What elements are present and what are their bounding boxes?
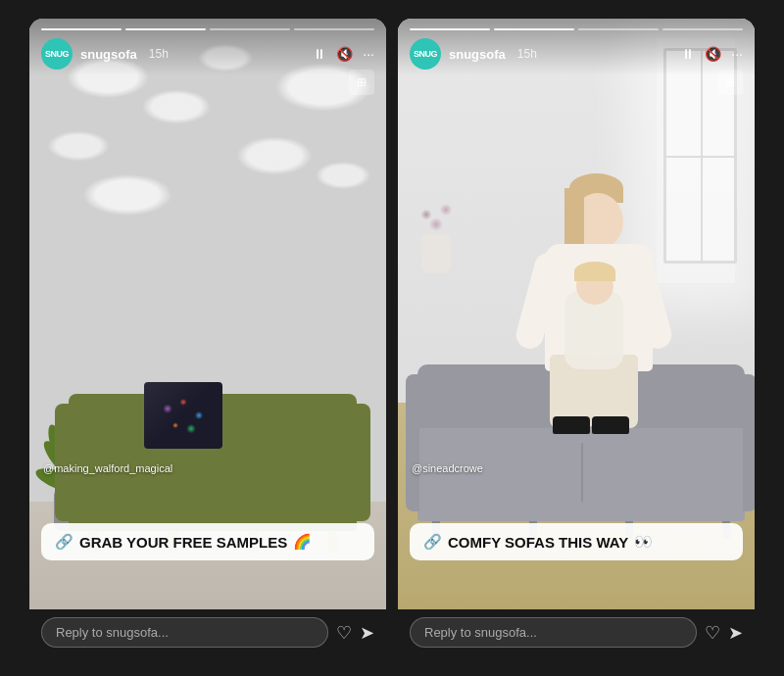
- cta-tag-1[interactable]: 🔗 GRAB YOUR FREE SAMPLES 🌈: [41, 523, 374, 560]
- cta-text-2: COMFY SOFAS THIS WAY: [448, 534, 628, 551]
- avatar-2[interactable]: SNUG: [410, 38, 441, 70]
- progress-bar-2-4: [662, 28, 743, 30]
- reply-input-2[interactable]: Reply to snugsofa...: [410, 617, 697, 648]
- link-emoji-1: 🔗: [55, 533, 74, 551]
- sofa-green: [69, 443, 357, 531]
- progress-bar-2-1: [410, 28, 490, 30]
- story-image-1: ⊞ SNUG snugsofa 15h ⏸: [29, 19, 386, 609]
- story-card-2: ⊞ SNUG snugsofa 15h ⏸: [398, 19, 755, 657]
- person-figure: [515, 173, 672, 428]
- username-2[interactable]: snugsofa: [449, 47, 506, 62]
- story-controls-1: ⏸ 🔇 ···: [313, 46, 374, 62]
- like-button-2[interactable]: ♡: [705, 622, 720, 644]
- progress-bar-3: [210, 28, 290, 30]
- user-row-1: SNUG snugsofa 15h ⏸ 🔇 ···: [41, 38, 374, 70]
- stories-container: ⊞ SNUG snugsofa 15h ⏸: [0, 0, 784, 676]
- user-info-1: SNUG snugsofa 15h: [41, 38, 169, 70]
- progress-bars-2: [410, 28, 743, 30]
- mute-button-1[interactable]: 🔇: [336, 46, 353, 62]
- username-1[interactable]: snugsofa: [80, 47, 137, 62]
- pause-button-2[interactable]: ⏸: [681, 46, 695, 62]
- story-image-2: ⊞ SNUG snugsofa 15h ⏸: [398, 19, 755, 609]
- time-ago-2: 15h: [517, 47, 537, 61]
- progress-bars-1: [41, 28, 374, 30]
- story-header-1: SNUG snugsofa 15h ⏸ 🔇 ···: [29, 19, 386, 75]
- more-button-2[interactable]: ···: [731, 46, 743, 62]
- cta-emoji-2: 👀: [634, 533, 653, 551]
- story-controls-2: ⏸ 🔇 ···: [681, 46, 743, 62]
- attribution-2: @sineadcrowe: [412, 462, 483, 474]
- more-button-1[interactable]: ···: [363, 46, 374, 62]
- progress-bar-2: [125, 28, 206, 30]
- avatar-1[interactable]: SNUG: [41, 38, 73, 70]
- story-header-2: SNUG snugsofa 15h ⏸ 🔇 ···: [398, 19, 755, 75]
- progress-bar-1: [41, 28, 122, 30]
- share-button-1[interactable]: ➤: [360, 622, 374, 644]
- cta-emoji-1: 🌈: [293, 533, 312, 551]
- story-card-1: ⊞ SNUG snugsofa 15h ⏸: [29, 19, 386, 657]
- table-decor: [412, 195, 461, 273]
- cta-text-1: GRAB YOUR FREE SAMPLES: [79, 534, 287, 551]
- pause-button-1[interactable]: ⏸: [313, 46, 326, 62]
- progress-bar-4: [294, 28, 374, 30]
- attribution-1: @making_walford_magical: [43, 462, 172, 474]
- user-row-2: SNUG snugsofa 15h ⏸ 🔇 ···: [410, 38, 743, 70]
- progress-bar-2-2: [494, 28, 574, 30]
- cta-tag-2[interactable]: 🔗 COMFY SOFAS THIS WAY 👀: [410, 523, 743, 560]
- mute-button-2[interactable]: 🔇: [705, 46, 721, 62]
- share-button-2[interactable]: ➤: [728, 622, 743, 644]
- progress-bar-2-3: [578, 28, 659, 30]
- reply-input-1[interactable]: Reply to snugsofa...: [41, 617, 328, 648]
- user-info-2: SNUG snugsofa 15h: [410, 38, 537, 70]
- time-ago-1: 15h: [149, 47, 169, 61]
- story-footer-2: Reply to snugsofa... ♡ ➤: [398, 609, 755, 657]
- link-emoji-2: 🔗: [423, 533, 442, 551]
- story-footer-1: Reply to snugsofa... ♡ ➤: [29, 609, 386, 657]
- like-button-1[interactable]: ♡: [336, 622, 352, 644]
